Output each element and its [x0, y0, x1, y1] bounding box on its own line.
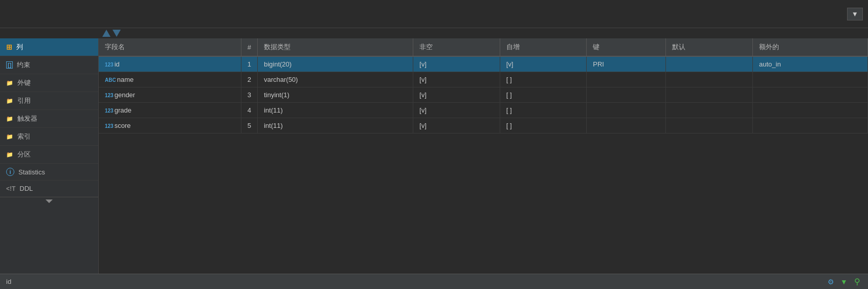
sidebar-item-label-part: 分区	[17, 150, 31, 159]
table-row[interactable]: 123id 1 bigint(20) [v] [v] PRI auto_in	[99, 56, 868, 72]
header-auto-inc: 自增	[500, 38, 587, 56]
cell-default	[666, 56, 753, 72]
sidebar-item-label-ddl: DDL	[19, 185, 33, 192]
cell-extra	[753, 87, 868, 103]
sidebar-item-label-constraints: 约束	[17, 60, 30, 70]
cell-extra: auto_in	[753, 56, 868, 72]
nav-arrows	[0, 28, 868, 38]
table-icon: ⊞	[6, 43, 12, 51]
sidebar-item-label-statistics: Statistics	[18, 168, 45, 176]
sidebar-scroll	[0, 197, 98, 205]
cell-field-name: 123id	[99, 56, 241, 72]
constraint-icon: []	[6, 61, 13, 69]
main-layout: ⊞ 列 [] 约束 📁 外键 📁 引用 📁 触发器 📁 索引 📁 分区	[0, 38, 868, 274]
cell-auto-inc: [v]	[500, 56, 587, 72]
cell-default	[666, 103, 753, 118]
ddl-icon: <!T	[6, 185, 15, 192]
nav-down-arrow[interactable]	[113, 30, 121, 37]
cell-key	[587, 118, 666, 134]
header-field-name: 字段名	[99, 38, 241, 56]
header-key: 键	[587, 38, 666, 56]
cell-auto-inc: [ ]	[500, 103, 587, 118]
folder-icon-idx: 📁	[6, 134, 13, 140]
status-bar: id ⚙ ▼ ⚲	[0, 274, 868, 289]
type-icon: 123	[105, 62, 114, 68]
cell-field-name: 123score	[99, 118, 241, 134]
table-row[interactable]: ABCname 2 varchar(50) [v] [ ]	[99, 72, 868, 87]
cell-default	[666, 87, 753, 103]
type-icon: ABC	[105, 77, 116, 83]
type-icon: 123	[105, 123, 114, 129]
sidebar-scroll-arrow[interactable]	[46, 199, 53, 203]
folder-icon-ref: 📁	[6, 98, 13, 104]
cell-data-type: int(11)	[257, 103, 413, 118]
table-row[interactable]: 123grade 4 int(11) [v] [ ]	[99, 103, 868, 118]
sidebar-item-columns[interactable]: ⊞ 列	[0, 38, 98, 56]
sidebar-item-triggers[interactable]: 📁 触发器	[0, 110, 98, 128]
cell-field-name: 123gender	[99, 87, 241, 103]
folder-icon-part: 📁	[6, 151, 13, 158]
header-not-null: 非空	[413, 38, 500, 56]
cell-data-type: tinyint(1)	[257, 87, 413, 103]
table-row[interactable]: 123gender 3 tinyint(1) [v] [ ]	[99, 87, 868, 103]
cell-not-null: [v]	[413, 56, 500, 72]
table-header-row: 字段名 # 数据类型 非空 自增 键	[99, 38, 868, 56]
status-text: id	[6, 278, 11, 285]
cell-num: 2	[241, 72, 257, 87]
search-icon[interactable]: ⚲	[853, 277, 862, 286]
sidebar-item-label-fk: 外键	[17, 78, 31, 87]
sidebar-item-label-trigger: 触发器	[17, 114, 37, 123]
sidebar-item-label-ref: 引用	[17, 96, 31, 105]
cell-num: 3	[241, 87, 257, 103]
cell-data-type: varchar(50)	[257, 72, 413, 87]
gear-icon[interactable]: ⚙	[826, 277, 835, 286]
cell-default	[666, 72, 753, 87]
sidebar-item-statistics[interactable]: i Statistics	[0, 164, 98, 181]
cell-not-null: [v]	[413, 72, 500, 87]
sidebar-item-label-idx: 索引	[17, 132, 31, 141]
sidebar-item-references[interactable]: 📁 引用	[0, 92, 98, 110]
table-row[interactable]: 123score 5 int(11) [v] [ ]	[99, 118, 868, 134]
sidebar-item-ddl[interactable]: <!T DDL	[0, 181, 98, 197]
cell-auto-inc: [ ]	[500, 118, 587, 134]
nav-up-arrow[interactable]	[102, 30, 110, 37]
sidebar-item-label-columns: 列	[16, 42, 23, 52]
cell-num: 1	[241, 56, 257, 72]
folder-icon-trigger: 📁	[6, 116, 13, 122]
cell-auto-inc: [ ]	[500, 72, 587, 87]
cell-key: PRI	[587, 56, 666, 72]
cell-auto-inc: [ ]	[500, 87, 587, 103]
sidebar: ⊞ 列 [] 约束 📁 外键 📁 引用 📁 触发器 📁 索引 📁 分区	[0, 38, 99, 274]
cell-not-null: [v]	[413, 118, 500, 134]
cell-field-name: ABCname	[99, 72, 241, 87]
filter-icon[interactable]: ▼	[839, 277, 849, 286]
status-icons: ⚙ ▼ ⚲	[826, 277, 862, 286]
cell-key	[587, 72, 666, 87]
sidebar-item-foreign-keys[interactable]: 📁 外键	[0, 74, 98, 92]
sidebar-item-partitions[interactable]: 📁 分区	[0, 146, 98, 164]
cell-extra	[753, 103, 868, 118]
header-extra: 额外的	[753, 38, 868, 56]
sidebar-item-indexes[interactable]: 📁 索引	[0, 128, 98, 146]
table-area: 字段名 # 数据类型 非空 自增 键	[99, 38, 868, 274]
cell-num: 5	[241, 118, 257, 134]
info-icon: i	[6, 168, 14, 176]
dropdown-button[interactable]: ▼	[847, 8, 863, 20]
type-icon: 123	[105, 108, 114, 114]
columns-table: 字段名 # 数据类型 非空 自增 键	[99, 38, 868, 134]
dropdown-arrow-icon: ▼	[852, 10, 858, 18]
header-data-type: 数据类型	[257, 38, 413, 56]
sidebar-item-constraints[interactable]: [] 约束	[0, 56, 98, 74]
cell-field-name: 123grade	[99, 103, 241, 118]
folder-icon-fk: 📁	[6, 80, 13, 86]
cell-data-type: int(11)	[257, 118, 413, 134]
top-bar: ▼	[0, 0, 868, 28]
cell-not-null: [v]	[413, 87, 500, 103]
cell-key	[587, 103, 666, 118]
type-icon: 123	[105, 93, 114, 98]
cell-data-type: bigint(20)	[257, 56, 413, 72]
cell-not-null: [v]	[413, 103, 500, 118]
cell-key	[587, 87, 666, 103]
cell-extra	[753, 118, 868, 134]
cell-num: 4	[241, 103, 257, 118]
